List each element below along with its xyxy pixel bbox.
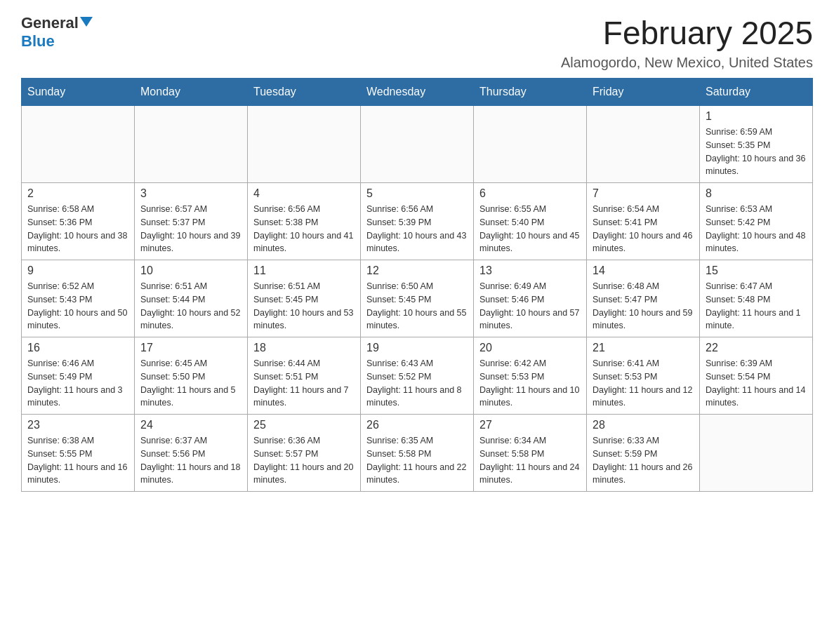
day-info: Sunrise: 6:45 AM Sunset: 5:50 PM Dayligh… [140,357,241,410]
table-row: 7Sunrise: 6:54 AM Sunset: 5:41 PM Daylig… [587,183,700,260]
day-number: 13 [479,264,581,277]
table-row [135,106,248,183]
table-row: 8Sunrise: 6:53 AM Sunset: 5:42 PM Daylig… [700,183,813,260]
day-number: 10 [140,264,241,277]
table-row: 15Sunrise: 6:47 AM Sunset: 5:48 PM Dayli… [700,260,813,337]
day-number: 5 [366,187,468,200]
table-row: 1Sunrise: 6:59 AM Sunset: 5:35 PM Daylig… [700,106,813,183]
day-number: 27 [479,419,581,431]
day-number: 9 [27,264,128,277]
table-row: 13Sunrise: 6:49 AM Sunset: 5:46 PM Dayli… [474,260,587,337]
day-number: 23 [27,419,128,431]
day-info: Sunrise: 6:55 AM Sunset: 5:40 PM Dayligh… [479,203,581,255]
day-number: 19 [366,342,468,354]
calendar-table: Sunday Monday Tuesday Wednesday Thursday… [21,78,813,492]
table-row [587,106,700,183]
day-number: 25 [253,419,355,431]
header-saturday: Saturday [700,79,813,106]
day-info: Sunrise: 6:47 AM Sunset: 5:48 PM Dayligh… [706,280,807,333]
day-number: 28 [593,419,694,431]
table-row: 16Sunrise: 6:46 AM Sunset: 5:49 PM Dayli… [22,337,135,415]
day-info: Sunrise: 6:53 AM Sunset: 5:42 PM Dayligh… [706,203,807,255]
day-number: 3 [140,187,241,200]
table-row [700,415,813,492]
day-number: 16 [27,342,128,354]
day-info: Sunrise: 6:33 AM Sunset: 5:59 PM Dayligh… [593,434,694,487]
table-row: 9Sunrise: 6:52 AM Sunset: 5:43 PM Daylig… [22,260,135,337]
title-area: February 2025 Alamogordo, New Mexico, Un… [561,14,813,71]
header-wednesday: Wednesday [361,79,474,106]
day-number: 11 [253,264,355,277]
page-title: February 2025 [561,14,813,52]
calendar-header-row: Sunday Monday Tuesday Wednesday Thursday… [22,79,813,106]
day-number: 12 [366,264,468,277]
calendar-week-row: 9Sunrise: 6:52 AM Sunset: 5:43 PM Daylig… [22,260,813,337]
table-row: 27Sunrise: 6:34 AM Sunset: 5:58 PM Dayli… [474,415,587,492]
table-row: 10Sunrise: 6:51 AM Sunset: 5:44 PM Dayli… [135,260,248,337]
day-number: 24 [140,419,241,431]
day-number: 8 [706,187,807,200]
table-row [361,106,474,183]
day-info: Sunrise: 6:41 AM Sunset: 5:53 PM Dayligh… [593,357,694,410]
table-row: 4Sunrise: 6:56 AM Sunset: 5:38 PM Daylig… [248,183,361,260]
day-info: Sunrise: 6:51 AM Sunset: 5:45 PM Dayligh… [253,280,355,333]
day-number: 26 [366,419,468,431]
day-number: 7 [593,187,694,200]
table-row: 22Sunrise: 6:39 AM Sunset: 5:54 PM Dayli… [700,337,813,415]
day-number: 18 [253,342,355,354]
calendar-week-row: 2Sunrise: 6:58 AM Sunset: 5:36 PM Daylig… [22,183,813,260]
table-row: 28Sunrise: 6:33 AM Sunset: 5:59 PM Dayli… [587,415,700,492]
day-info: Sunrise: 6:58 AM Sunset: 5:36 PM Dayligh… [27,203,128,255]
calendar-week-row: 16Sunrise: 6:46 AM Sunset: 5:49 PM Dayli… [22,337,813,415]
day-info: Sunrise: 6:42 AM Sunset: 5:53 PM Dayligh… [479,357,581,410]
day-info: Sunrise: 6:56 AM Sunset: 5:38 PM Dayligh… [253,203,355,255]
table-row: 23Sunrise: 6:38 AM Sunset: 5:55 PM Dayli… [22,415,135,492]
day-info: Sunrise: 6:56 AM Sunset: 5:39 PM Dayligh… [366,203,468,255]
table-row: 19Sunrise: 6:43 AM Sunset: 5:52 PM Dayli… [361,337,474,415]
table-row: 26Sunrise: 6:35 AM Sunset: 5:58 PM Dayli… [361,415,474,492]
day-number: 6 [479,187,581,200]
day-number: 22 [706,342,807,354]
page-header: General Blue February 2025 Alamogordo, N… [21,14,813,71]
day-info: Sunrise: 6:48 AM Sunset: 5:47 PM Dayligh… [593,280,694,333]
logo-triangle-icon [80,17,93,27]
day-info: Sunrise: 6:46 AM Sunset: 5:49 PM Dayligh… [27,357,128,410]
table-row [22,106,135,183]
logo: General Blue [21,14,93,51]
table-row: 21Sunrise: 6:41 AM Sunset: 5:53 PM Dayli… [587,337,700,415]
day-info: Sunrise: 6:52 AM Sunset: 5:43 PM Dayligh… [27,280,128,333]
day-info: Sunrise: 6:38 AM Sunset: 5:55 PM Dayligh… [27,434,128,487]
table-row [474,106,587,183]
day-info: Sunrise: 6:54 AM Sunset: 5:41 PM Dayligh… [593,203,694,255]
calendar-week-row: 1Sunrise: 6:59 AM Sunset: 5:35 PM Daylig… [22,106,813,183]
day-info: Sunrise: 6:35 AM Sunset: 5:58 PM Dayligh… [366,434,468,487]
day-info: Sunrise: 6:51 AM Sunset: 5:44 PM Dayligh… [140,280,241,333]
table-row: 12Sunrise: 6:50 AM Sunset: 5:45 PM Dayli… [361,260,474,337]
day-number: 1 [706,110,807,123]
table-row: 20Sunrise: 6:42 AM Sunset: 5:53 PM Dayli… [474,337,587,415]
day-number: 17 [140,342,241,354]
day-number: 2 [27,187,128,200]
day-info: Sunrise: 6:43 AM Sunset: 5:52 PM Dayligh… [366,357,468,410]
day-info: Sunrise: 6:59 AM Sunset: 5:35 PM Dayligh… [706,126,807,178]
day-info: Sunrise: 6:36 AM Sunset: 5:57 PM Dayligh… [253,434,355,487]
table-row: 17Sunrise: 6:45 AM Sunset: 5:50 PM Dayli… [135,337,248,415]
header-sunday: Sunday [22,79,135,106]
table-row: 18Sunrise: 6:44 AM Sunset: 5:51 PM Dayli… [248,337,361,415]
day-number: 4 [253,187,355,200]
day-info: Sunrise: 6:57 AM Sunset: 5:37 PM Dayligh… [140,203,241,255]
day-info: Sunrise: 6:49 AM Sunset: 5:46 PM Dayligh… [479,280,581,333]
table-row: 25Sunrise: 6:36 AM Sunset: 5:57 PM Dayli… [248,415,361,492]
table-row: 14Sunrise: 6:48 AM Sunset: 5:47 PM Dayli… [587,260,700,337]
day-info: Sunrise: 6:44 AM Sunset: 5:51 PM Dayligh… [253,357,355,410]
header-thursday: Thursday [474,79,587,106]
day-number: 21 [593,342,694,354]
header-friday: Friday [587,79,700,106]
day-number: 20 [479,342,581,354]
header-monday: Monday [135,79,248,106]
logo-general-text: General [21,14,79,32]
day-info: Sunrise: 6:39 AM Sunset: 5:54 PM Dayligh… [706,357,807,410]
page-subtitle: Alamogordo, New Mexico, United States [561,55,813,71]
table-row: 6Sunrise: 6:55 AM Sunset: 5:40 PM Daylig… [474,183,587,260]
table-row: 11Sunrise: 6:51 AM Sunset: 5:45 PM Dayli… [248,260,361,337]
